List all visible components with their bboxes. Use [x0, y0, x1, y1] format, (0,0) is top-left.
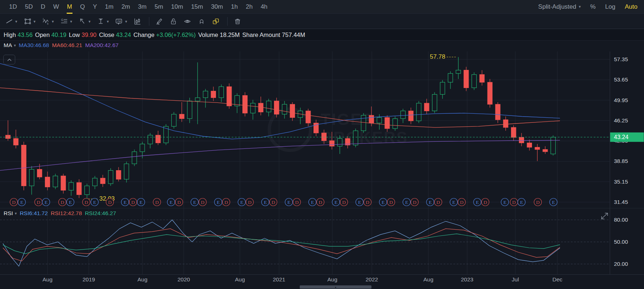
svg-text:D: D — [108, 200, 112, 205]
brush-tool-button[interactable] — [155, 17, 163, 25]
timeframe-tab-2h[interactable]: 2h — [242, 0, 257, 14]
chevron-down-icon: ▾ — [579, 4, 581, 9]
text-tool-button[interactable]: Aa▾ — [115, 17, 127, 25]
timeframe-tab-15m[interactable]: 15m — [187, 0, 207, 14]
candlestick-series[interactable] — [6, 57, 556, 199]
candle-pattern-tool-button[interactable] — [133, 17, 141, 25]
svg-text:49.95: 49.95 — [614, 97, 628, 103]
svg-text:D: D — [201, 200, 204, 205]
lock-tool-button[interactable] — [169, 17, 177, 25]
visibility-tool-button[interactable] — [183, 17, 191, 25]
high-low-annotations: 57.7832.03 — [88, 53, 457, 202]
ma-dropdown[interactable]: MA ▾ — [4, 42, 16, 49]
svg-text:E: E — [240, 200, 243, 205]
chevron-down-icon: ▾ — [15, 211, 17, 216]
svg-text:E: E — [452, 200, 455, 205]
timeframe-tab-Y[interactable]: Y — [89, 0, 101, 14]
svg-text:Aa: Aa — [117, 19, 121, 23]
visibility-tool-icon — [183, 17, 191, 25]
chevron-down-icon[interactable]: ▾ — [34, 19, 36, 24]
ohlc-item-change: Change +3.06(+7.62%) — [133, 32, 196, 38]
svg-text:G: G — [61, 18, 63, 22]
elliott-wave-tool-button[interactable]: 15▾ — [42, 17, 54, 25]
scroll-up-icon: ▲ — [335, 286, 337, 288]
chevron-down-icon[interactable]: ▾ — [125, 19, 127, 24]
timeframe-tab-W[interactable]: W — [49, 0, 63, 14]
log-scale-button[interactable]: Log — [605, 3, 615, 11]
timeframe-tab-10m[interactable]: 10m — [167, 0, 187, 14]
svg-text:2019: 2019 — [83, 276, 95, 282]
trading-chart-window: TIGERBROKERS57.7832.03DEDEDEDEDEDEDEDEDE… — [0, 0, 644, 289]
expand-panel-icon[interactable] — [602, 213, 608, 219]
svg-text:Aug: Aug — [137, 276, 148, 282]
timeframe-tab-30m[interactable]: 30m — [207, 0, 227, 14]
svg-text:D: D — [84, 200, 88, 205]
price-axis[interactable]: 57.3553.6549.9546.2542.5538.8535.1531.45… — [614, 56, 628, 267]
rsi24-line — [3, 234, 560, 254]
measure-tool-button[interactable]: ▾ — [97, 17, 109, 25]
gann-lines-tool-button[interactable]: G▾ — [60, 17, 72, 25]
arrow-tool-button[interactable]: ▾ — [78, 17, 91, 25]
magnet-tool-button[interactable] — [198, 17, 205, 25]
chevron-down-icon[interactable]: ▾ — [88, 19, 91, 24]
percent-scale-button[interactable]: % — [590, 3, 596, 11]
svg-text:D: D — [413, 200, 416, 205]
rsi-dropdown[interactable]: RSI ▾ — [4, 210, 17, 217]
chart-settings: Split-Adjusted ▾ % Log Auto — [538, 3, 644, 11]
timeframe-tab-5D[interactable]: 5D — [21, 0, 37, 14]
svg-text:E: E — [311, 200, 314, 205]
collapse-panel-button[interactable] — [3, 55, 15, 64]
delete-tool-button[interactable] — [233, 17, 241, 25]
magnet-tool-icon — [198, 17, 205, 25]
chevron-down-icon[interactable]: ▾ — [107, 19, 109, 24]
svg-text:D: D — [342, 200, 346, 205]
chevron-down-icon[interactable]: ▾ — [52, 19, 54, 24]
grid-lines — [0, 51, 644, 275]
auto-scale-button[interactable]: Auto — [625, 3, 637, 11]
text-tool-icon: Aa — [115, 17, 123, 25]
rsi6-line — [3, 220, 560, 266]
shape-tool-icon — [24, 17, 32, 25]
svg-text:E: E — [476, 200, 479, 205]
ohlc-item-volume: Volume 18.25M — [198, 32, 240, 38]
svg-text:Jul: Jul — [512, 276, 519, 282]
svg-text:D: D — [155, 200, 159, 205]
svg-text:20.00: 20.00 — [614, 261, 628, 267]
timeframe-tab-M[interactable]: M — [63, 0, 76, 14]
timeframe-tab-5m[interactable]: 5m — [150, 0, 167, 14]
adjustment-label: Split-Adjusted — [538, 3, 576, 11]
timeframe-tab-3m[interactable]: 3m — [134, 0, 151, 14]
svg-text:E: E — [45, 200, 47, 205]
rsi-value: RSI6:41.72 — [20, 210, 48, 217]
svg-text:E: E — [358, 200, 361, 205]
timeframe-tab-1h[interactable]: 1h — [227, 0, 242, 14]
shape-tool-button[interactable]: ▾ — [24, 17, 36, 25]
continuous-drawing-tool-icon — [212, 17, 220, 25]
chevron-down-icon[interactable]: ▾ — [15, 19, 17, 24]
delete-tool-icon — [233, 17, 241, 25]
timeframe-tab-D[interactable]: D — [37, 0, 49, 14]
timeframe-tab-1D[interactable]: 1D — [5, 0, 21, 14]
svg-text:D: D — [271, 200, 275, 205]
horizontal-scrollbar[interactable]: ▲ — [300, 285, 371, 289]
svg-text:50.00: 50.00 — [614, 239, 628, 245]
rsi-value: RSI24:46.27 — [85, 210, 116, 217]
trend-line-tool-button[interactable]: ▾ — [5, 17, 17, 25]
timeframe-tab-1m[interactable]: 1m — [101, 0, 118, 14]
svg-text:80.00: 80.00 — [614, 217, 628, 223]
timeframe-tab-2m[interactable]: 2m — [117, 0, 134, 14]
svg-text:Aug: Aug — [327, 276, 337, 282]
timeframe-tab-4h[interactable]: 4h — [257, 0, 271, 14]
ohlc-item-open: Open 40.19 — [35, 32, 66, 38]
svg-text:D: D — [319, 200, 322, 205]
timeframe-tab-Q[interactable]: Q — [76, 0, 89, 14]
continuous-drawing-tool-button[interactable] — [212, 17, 220, 25]
chevron-down-icon[interactable]: ▾ — [70, 19, 72, 24]
svg-text:E: E — [20, 200, 23, 205]
gann-lines-tool-icon: G — [60, 17, 68, 25]
svg-text:2021: 2021 — [273, 276, 285, 282]
svg-text:TIGER: TIGER — [321, 110, 375, 128]
adjustment-dropdown[interactable]: Split-Adjusted ▾ — [538, 3, 581, 11]
chevron-up-icon — [7, 58, 12, 62]
time-axis[interactable]: Aug2019Aug2020Aug2021Aug2022Aug2023JulDe… — [42, 276, 562, 282]
